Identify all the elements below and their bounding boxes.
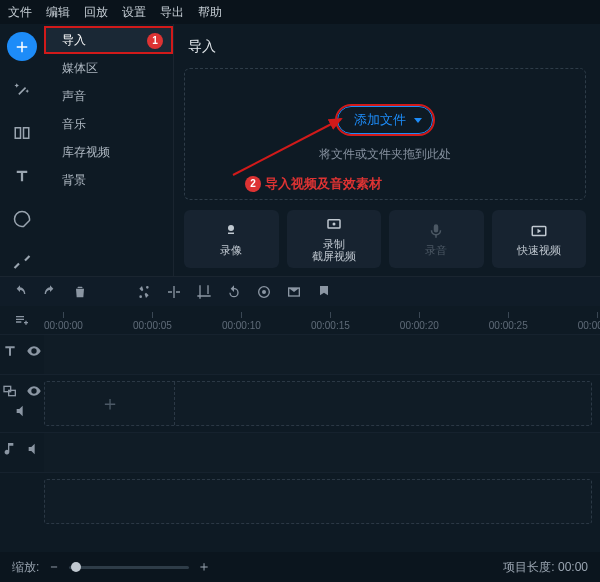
ruler-tick: 00:00:05 (133, 312, 172, 331)
content-area: 导入 添加文件 将文件或文件夹拖到此处 2 导入视频及音效素材 录像 (174, 24, 600, 276)
zoom-out-button[interactable]: － (47, 558, 61, 576)
sidebar-item-label: 导入 (62, 33, 86, 47)
action-cards: 录像 录制 截屏视频 录音 快速视频 (184, 210, 586, 268)
nav-rail (0, 24, 44, 276)
rotate-icon[interactable] (226, 284, 242, 300)
nav-transition-icon[interactable] (7, 118, 37, 147)
action-record-audio[interactable]: 录音 (389, 210, 484, 268)
svg-point-4 (332, 222, 335, 225)
microphone-icon (427, 222, 445, 240)
clip-props-icon[interactable] (286, 284, 302, 300)
nav-text-icon[interactable] (7, 161, 37, 190)
menu-export[interactable]: 导出 (160, 4, 184, 21)
crop-icon[interactable] (196, 284, 212, 300)
sidebar-item-import[interactable]: 导入 1 (44, 26, 173, 54)
redo-icon[interactable] (42, 284, 58, 300)
sidebar-item-stock[interactable]: 库存视频 (44, 138, 173, 166)
add-track-button[interactable] (0, 306, 44, 334)
quick-video-icon (530, 222, 548, 240)
speaker-icon[interactable] (26, 441, 42, 457)
action-record-camera[interactable]: 录像 (184, 210, 279, 268)
zoom-slider[interactable] (69, 566, 189, 569)
sidebar-item-sound[interactable]: 声音 (44, 82, 173, 110)
timeline-tracks: ＋ (0, 334, 600, 530)
track-text[interactable] (0, 334, 600, 374)
visibility-icon[interactable] (26, 383, 42, 399)
sidebar: 导入 1 媒体区 声音 音乐 库存视频 背景 (44, 24, 174, 276)
visibility-icon[interactable] (26, 343, 42, 359)
menubar: 文件 编辑 回放 设置 导出 帮助 (0, 0, 600, 24)
annotation-step2: 2 导入视频及音效素材 (245, 175, 382, 193)
annotation-text: 导入视频及音效素材 (265, 175, 382, 193)
nav-import-icon[interactable] (7, 32, 37, 61)
svg-rect-2 (228, 232, 234, 234)
menu-settings[interactable]: 设置 (122, 4, 146, 21)
zoom-control: 缩放: － ＋ (12, 558, 211, 576)
track-head-overlay (0, 375, 44, 432)
marker-icon[interactable] (316, 284, 332, 300)
list-plus-icon (14, 312, 30, 328)
ruler-tick: 00:00:25 (489, 312, 528, 331)
menu-file[interactable]: 文件 (8, 4, 32, 21)
overlay-track-icon (2, 383, 18, 399)
step2-badge: 2 (245, 176, 261, 192)
sidebar-item-background[interactable]: 背景 (44, 166, 173, 194)
step1-badge: 1 (147, 33, 163, 49)
page-title: 导入 (188, 38, 586, 56)
svg-point-1 (228, 225, 234, 231)
music-track-icon (2, 441, 18, 457)
split-icon[interactable] (166, 284, 182, 300)
speaker-icon[interactable] (14, 403, 30, 419)
status-bar: 缩放: － ＋ 项目长度: 00:00 (0, 552, 600, 582)
ruler-tick: 00:00:30 (578, 312, 600, 331)
project-length: 项目长度: 00:00 (503, 559, 588, 576)
menu-edit[interactable]: 编辑 (46, 4, 70, 21)
screencast-icon (325, 216, 343, 234)
add-clip-button[interactable]: ＋ (45, 382, 175, 425)
track-audio[interactable] (0, 432, 600, 472)
nav-tools-icon[interactable] (7, 247, 37, 276)
add-file-button[interactable]: 添加文件 (337, 106, 433, 134)
zoom-label: 缩放: (12, 559, 39, 576)
camera-icon (222, 222, 240, 240)
sidebar-item-media[interactable]: 媒体区 (44, 54, 173, 82)
menu-help[interactable]: 帮助 (198, 4, 222, 21)
delete-icon[interactable] (72, 284, 88, 300)
track-video[interactable] (0, 472, 600, 530)
text-track-icon (2, 343, 18, 359)
zoom-in-button[interactable]: ＋ (197, 558, 211, 576)
track-head-text (0, 335, 44, 374)
sidebar-item-music[interactable]: 音乐 (44, 110, 173, 138)
ruler-tick: 00:00:00 (44, 312, 83, 331)
track-overlay[interactable]: ＋ (0, 374, 600, 432)
action-screencast[interactable]: 录制 截屏视频 (287, 210, 382, 268)
nav-sticker-icon[interactable] (7, 204, 37, 233)
svg-point-7 (262, 290, 266, 294)
action-quick-video[interactable]: 快速视频 (492, 210, 587, 268)
track-head-video (0, 473, 44, 530)
color-icon[interactable] (256, 284, 272, 300)
undo-icon[interactable] (12, 284, 28, 300)
ruler-tick: 00:00:10 (222, 312, 261, 331)
timeline-ruler-row: 00:00:00 00:00:05 00:00:10 00:00:15 00:0… (0, 306, 600, 334)
ruler-tick: 00:00:15 (311, 312, 350, 331)
timeline-toolbar (0, 276, 600, 306)
nav-wand-icon[interactable] (7, 75, 37, 104)
timeline-ruler[interactable]: 00:00:00 00:00:05 00:00:10 00:00:15 00:0… (44, 306, 600, 334)
ruler-tick: 00:00:20 (400, 312, 439, 331)
cut-icon[interactable] (136, 284, 152, 300)
menu-playback[interactable]: 回放 (84, 4, 108, 21)
import-dropzone[interactable]: 添加文件 将文件或文件夹拖到此处 2 导入视频及音效素材 (184, 68, 586, 200)
dropzone-hint: 将文件或文件夹拖到此处 (319, 146, 451, 163)
track-head-audio (0, 433, 44, 472)
